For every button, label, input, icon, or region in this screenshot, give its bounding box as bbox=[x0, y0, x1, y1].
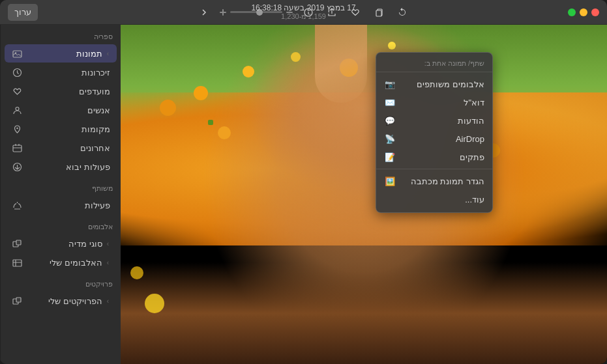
more-icon bbox=[384, 193, 396, 205]
share-shared-albums[interactable]: אלבומים משותפים 📷 bbox=[376, 75, 492, 93]
photos-label: תמונות bbox=[27, 49, 102, 59]
shared-albums-icon: 📷 bbox=[384, 78, 396, 90]
photo-bottom bbox=[121, 262, 607, 364]
rotate-button[interactable] bbox=[394, 4, 411, 21]
my-albums-label: האלבומים שלי bbox=[27, 258, 102, 268]
sidebar-item-people[interactable]: אנשים bbox=[5, 101, 117, 119]
share-dropdown: שתף/ תמונה אחת ב: אלבומים משותפים 📷 דוא"… bbox=[376, 52, 493, 213]
edit-button[interactable]: ערוך bbox=[8, 4, 38, 21]
my-projects-icon bbox=[11, 295, 23, 307]
flower-dot bbox=[145, 294, 164, 313]
minimize-button[interactable] bbox=[580, 8, 587, 16]
messages-icon: 💬 bbox=[384, 115, 396, 126]
main-window: 17 במרץ 2019 בשעה 16:38:18 1,159 מ-1,230… bbox=[0, 0, 607, 364]
mail-label: דוא"ל bbox=[401, 98, 484, 107]
cloud-header: משותף bbox=[1, 176, 121, 195]
sidebar-item-my-projects[interactable]: › הפרויקטים שלי bbox=[5, 292, 117, 310]
sidebar-item-media-types[interactable]: › סוגי מדיה bbox=[5, 234, 117, 253]
sidebar-item-activity[interactable]: פעילות bbox=[5, 196, 117, 214]
my-projects-label: הפרויקטים שלי bbox=[27, 296, 102, 306]
recent-icon bbox=[11, 142, 23, 154]
albums-header: אלבומים bbox=[1, 215, 121, 234]
activity-icon bbox=[11, 199, 23, 211]
sidebar-item-favorites[interactable]: מועדפים bbox=[5, 82, 117, 100]
people-label: אנשים bbox=[27, 105, 110, 115]
traffic-lights bbox=[568, 8, 599, 16]
memories-label: זיכרונות bbox=[27, 68, 110, 77]
sidebar-item-recent[interactable]: אחרונים bbox=[5, 139, 117, 157]
activity-label: פעילות bbox=[27, 201, 110, 210]
photos-icon bbox=[11, 48, 23, 59]
maximize-button[interactable] bbox=[568, 8, 576, 16]
more-label: עוד... bbox=[401, 195, 484, 204]
titlebar-center: 17 במרץ 2019 בשעה 16:38:18 1,159 מ-1,230 bbox=[251, 3, 355, 21]
share-notes[interactable]: פתקים 📝 bbox=[376, 148, 492, 166]
svg-point-8 bbox=[16, 107, 19, 110]
flower-dot bbox=[194, 86, 208, 100]
mail-icon: ✉️ bbox=[384, 96, 396, 108]
library-header: ספריה bbox=[1, 25, 121, 44]
people-icon bbox=[11, 104, 23, 116]
svg-rect-4 bbox=[222, 9, 224, 16]
share-messages[interactable]: הודעות 💬 bbox=[376, 111, 492, 130]
svg-point-9 bbox=[16, 127, 18, 128]
set-wallpaper-label: הגדר תמונת מכתבה bbox=[401, 176, 484, 186]
airdrop-icon: 📡 bbox=[384, 133, 396, 145]
notes-label: פתקים bbox=[401, 152, 484, 162]
places-icon bbox=[11, 123, 23, 135]
favorites-label: מועדפים bbox=[27, 87, 110, 96]
titlebar-left bbox=[568, 8, 599, 16]
sidebar-item-imports[interactable]: פעולות יבוא bbox=[5, 158, 117, 176]
share-more[interactable]: עוד... bbox=[376, 190, 492, 208]
sidebar-item-photos[interactable]: › תמונות bbox=[5, 44, 117, 63]
favorites-icon bbox=[11, 85, 23, 97]
photo-art bbox=[121, 25, 607, 364]
media-types-label: סוגי מדיה bbox=[27, 239, 102, 249]
share-airdrop[interactable]: AirDrop 📡 bbox=[376, 130, 492, 148]
photo-size: 1,159 מ-1,230 bbox=[251, 12, 355, 21]
sidebar-item-places[interactable]: מקומות bbox=[5, 120, 117, 138]
sidebar-item-my-albums[interactable]: › האלבומים שלי bbox=[5, 253, 117, 272]
flower-dot bbox=[160, 100, 176, 116]
share-set-wallpaper[interactable]: הגדר תמונת מכתבה 🖼️ bbox=[376, 172, 492, 190]
hand-element bbox=[315, 25, 367, 103]
dropdown-header: שתף/ תמונה אחת ב: bbox=[376, 57, 492, 72]
my-albums-icon bbox=[11, 257, 23, 268]
places-label: מקומות bbox=[27, 124, 110, 134]
notes-icon: 📝 bbox=[384, 151, 396, 163]
airdrop-label: AirDrop bbox=[401, 134, 484, 144]
flower-dot bbox=[291, 52, 301, 62]
my-albums-chevron: › bbox=[107, 259, 109, 266]
memories-icon bbox=[11, 66, 23, 78]
next-button[interactable] bbox=[196, 4, 213, 21]
messages-label: הודעות bbox=[401, 116, 484, 126]
svg-rect-14 bbox=[13, 260, 22, 266]
set-wallpaper-icon: 🖼️ bbox=[384, 175, 396, 187]
titlebar: 17 במרץ 2019 בשעה 16:38:18 1,159 מ-1,230… bbox=[0, 0, 607, 25]
recent-label: אחרונים bbox=[27, 143, 110, 153]
share-mail[interactable]: דוא"ל ✉️ bbox=[376, 93, 492, 111]
svg-rect-10 bbox=[13, 145, 22, 152]
flower-dot bbox=[243, 66, 254, 77]
sidebar-item-memories[interactable]: זיכרונות bbox=[5, 63, 117, 81]
photo-area: שתף/ תמונה אחת ב: אלבומים משותפים 📷 דוא"… bbox=[121, 25, 607, 364]
imports-label: פעולות יבוא bbox=[27, 162, 110, 172]
close-button[interactable] bbox=[591, 8, 599, 16]
shared-albums-label: אלבומים משותפים bbox=[401, 79, 484, 89]
dropdown-divider bbox=[376, 169, 492, 169]
copy-button[interactable] bbox=[370, 4, 387, 21]
main-content: שתף/ תמונה אחת ב: אלבומים משותפים 📷 דוא"… bbox=[0, 25, 607, 364]
photos-chevron: › bbox=[107, 50, 109, 57]
svg-rect-13 bbox=[16, 240, 21, 245]
sidebar: ספריה › תמונות זיכרונות bbox=[0, 25, 121, 364]
photo-date: 17 במרץ 2019 בשעה 16:38:18 bbox=[251, 3, 355, 12]
stem-dot bbox=[208, 120, 213, 125]
svg-rect-0 bbox=[376, 10, 381, 16]
flower-dot bbox=[130, 266, 143, 279]
media-types-chevron: › bbox=[107, 240, 109, 247]
svg-rect-16 bbox=[16, 298, 21, 302]
my-projects-chevron: › bbox=[107, 298, 109, 305]
media-types-icon bbox=[11, 238, 23, 249]
projects-header: פרויקטים bbox=[1, 272, 121, 291]
imports-icon bbox=[11, 161, 23, 173]
